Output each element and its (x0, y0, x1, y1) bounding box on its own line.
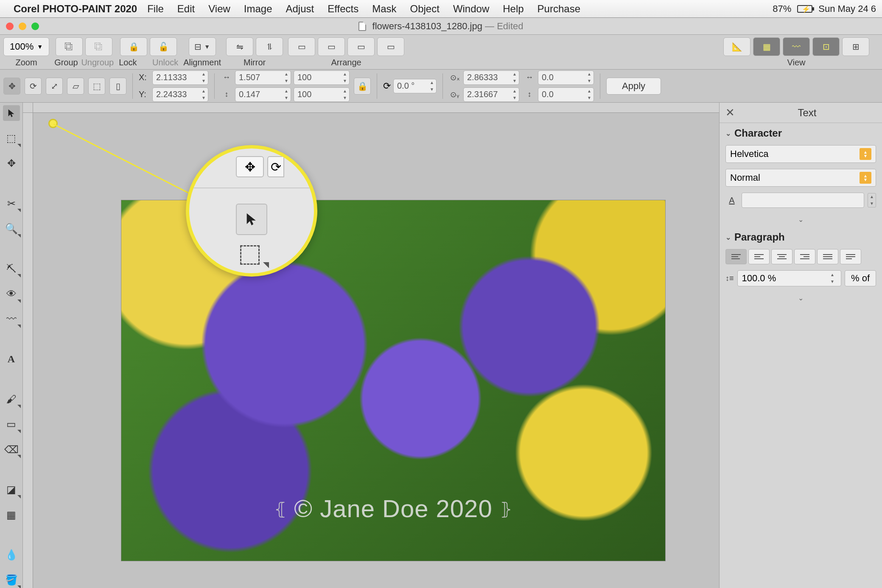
x-position-field[interactable]: ▲▼ (152, 70, 208, 85)
docker-close-button[interactable]: ✕ (725, 106, 738, 119)
zoom-label: Zoom (16, 58, 37, 67)
arrange-front-button[interactable]: ▭ (288, 37, 315, 56)
chevron-down-icon: ▼ (37, 43, 43, 50)
menu-mask[interactable]: Mask (372, 3, 396, 15)
spacing-unit-value: % of (851, 273, 870, 284)
line-spacing-field[interactable]: 100.0 % ▲▼ (737, 270, 841, 286)
view-rulers-button[interactable]: 📐 (723, 37, 750, 56)
transparency-tool[interactable]: ▦ (3, 507, 20, 523)
rotate-mode-button[interactable]: ⟳ (25, 78, 42, 95)
watermark-text-object[interactable]: ⦃ © Jane Doe 2020 ⦄ (274, 494, 512, 523)
center-x-field[interactable]: ▲▼ (463, 70, 519, 85)
crop-tool[interactable]: ✂ (3, 196, 20, 211)
menu-help[interactable]: Help (503, 3, 524, 15)
menu-object[interactable]: Object (410, 3, 440, 15)
ruler-vertical[interactable] (23, 103, 33, 588)
character-section-header[interactable]: ⌄ Character (725, 127, 876, 139)
ungroup-button[interactable]: ⿻ (85, 37, 112, 56)
width-field[interactable]: ▲▼ (235, 70, 291, 85)
perspective-mode-button[interactable]: ▯ (109, 78, 126, 95)
skew-mode-button[interactable]: ▱ (67, 78, 84, 95)
ruler-origin[interactable] (23, 103, 33, 113)
align-right-button[interactable] (794, 249, 815, 264)
font-family-combo[interactable]: Helvetica ▲▼ (725, 145, 876, 163)
callout-anchor-dot (48, 119, 58, 128)
line-spacing-value: 100.0 % (742, 273, 776, 284)
menu-purchase[interactable]: Purchase (538, 3, 580, 15)
arrange-back-button[interactable]: ▭ (377, 37, 404, 56)
align-none-button[interactable] (725, 249, 747, 264)
redeye-tool[interactable]: 👁 (3, 286, 20, 302)
mirror-h-button[interactable]: ⇋ (226, 37, 253, 56)
canvas-area[interactable]: ⦃ © Jane Doe 2020 ⦄ ✥ ⟳ (23, 103, 719, 588)
menu-adjust[interactable]: Adjust (286, 3, 314, 15)
touchup-tool[interactable]: 〰 (3, 311, 20, 327)
brush-tool[interactable]: 🖌 (3, 391, 20, 407)
dropshadow-tool[interactable]: ◪ (3, 482, 20, 498)
scale-mode-button[interactable]: ⤢ (46, 78, 63, 95)
text-handle-left[interactable]: ⦃ (274, 499, 287, 518)
zoom-level-combo[interactable]: 100% ▼ (3, 37, 49, 56)
spacing-unit-combo[interactable]: % of (845, 270, 876, 286)
scale-x-field[interactable]: ▲▼ (294, 70, 350, 85)
alignment-button[interactable]: ⊟ ▼ (189, 37, 216, 56)
height-field[interactable]: ▲▼ (235, 87, 291, 102)
mask-rectangle-tool[interactable]: ⬚ (3, 130, 20, 146)
height-icon: ↕ (221, 90, 232, 99)
view-guidelines-button[interactable]: ▦ (753, 37, 780, 56)
mask-transform-tool[interactable]: ✥ (3, 156, 20, 171)
skew-y-field[interactable]: ▲▼ (538, 87, 594, 102)
lock-ratio-button[interactable]: 🔒 (354, 78, 371, 95)
center-y-field[interactable]: ▲▼ (463, 87, 519, 102)
pick-tool[interactable] (3, 105, 20, 121)
ruler-horizontal[interactable] (23, 103, 719, 113)
y-position-field[interactable]: ▲▼ (152, 87, 208, 102)
align-force-justify-button[interactable] (840, 249, 861, 264)
magnifier-callout: ✥ ⟳ (186, 145, 317, 277)
center-y-icon: ⊙ᵧ (449, 90, 461, 99)
unlock-button[interactable]: 🔓 (150, 37, 177, 56)
paragraph-section-header[interactable]: ⌄ Paragraph (725, 231, 876, 243)
standard-toolbar: 100% ▼ Zoom ⿻ ⿻ Group Ungroup 🔒 🔓 Lock U… (0, 35, 882, 70)
app-name[interactable]: Corel PHOTO-PAINT 2020 (14, 3, 137, 15)
arrange-forward-button[interactable]: ▭ (318, 37, 345, 56)
menu-image[interactable]: Image (244, 3, 272, 15)
menu-window[interactable]: Window (453, 3, 489, 15)
skew-x-field[interactable]: ▲▼ (538, 70, 594, 85)
clone-tool[interactable]: ⛏ (3, 261, 20, 277)
zoom-tool[interactable]: 🔍 (3, 221, 20, 236)
text-handle-right[interactable]: ⦄ (500, 499, 512, 518)
menu-edit[interactable]: Edit (177, 3, 195, 15)
underline-icon[interactable]: A (725, 196, 738, 205)
font-style-combo[interactable]: Normal ▲▼ (725, 169, 876, 187)
arrange-backward-button[interactable]: ▭ (347, 37, 375, 56)
rotation-field[interactable]: ▲▼ (393, 79, 437, 93)
font-size-field[interactable] (742, 193, 864, 208)
menu-file[interactable]: File (147, 3, 164, 15)
group-button[interactable]: ⿻ (56, 37, 83, 56)
lock-button[interactable]: 🔒 (120, 37, 147, 56)
fill-tool[interactable]: 🪣 (3, 572, 20, 588)
position-mode-button[interactable]: ✥ (3, 78, 20, 95)
view-snap-button[interactable]: ⊡ (812, 37, 840, 56)
apply-button[interactable]: Apply (606, 78, 661, 95)
docker-title: Text (738, 107, 876, 119)
paragraph-expand-button[interactable]: ⌄ (725, 292, 876, 304)
align-center-button[interactable] (771, 249, 792, 264)
rectangle-tool[interactable]: ▭ (3, 417, 20, 432)
align-left-button[interactable] (748, 249, 770, 264)
character-expand-button[interactable]: ⌄ (725, 214, 876, 225)
align-justify-button[interactable] (817, 249, 838, 264)
view-extra-button[interactable]: ⊞ (842, 37, 869, 56)
scale-y-field[interactable]: ▲▼ (294, 87, 350, 102)
eraser-tool[interactable]: ⌫ (3, 442, 20, 457)
distort-mode-button[interactable]: ⬚ (88, 78, 105, 95)
property-bar: ✥ ⟳ ⤢ ▱ ⬚ ▯ X: ▲▼ Y: ▲▼ ↔ ▲▼ ▲▼ ↕ ▲▼ ▲▼ … (0, 70, 882, 103)
view-grid-button[interactable]: 〰 (783, 37, 810, 56)
eyedropper-tool[interactable]: 💧 (3, 547, 20, 563)
text-tool[interactable]: A (3, 351, 20, 367)
menu-view[interactable]: View (208, 3, 230, 15)
document-status: — Edited (485, 21, 524, 31)
mirror-v-button[interactable]: ⥮ (256, 37, 283, 56)
menu-effects[interactable]: Effects (328, 3, 358, 15)
